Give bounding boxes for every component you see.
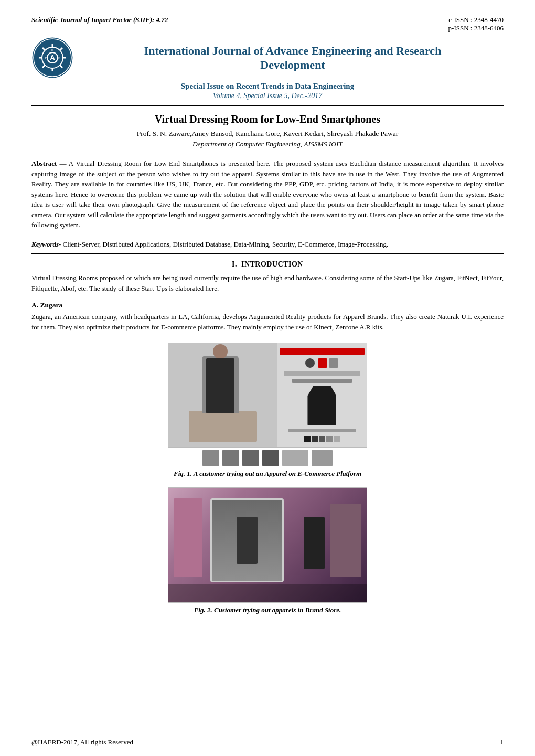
fig2-screen-content (212, 500, 282, 581)
subsection-zugara-text: Zugara, an American company, with headqu… (31, 312, 504, 333)
figure-2-image (168, 487, 367, 603)
svg-text:D: D (45, 57, 48, 60)
footer-copyright: @IJAERD-2017, All rights Reserved (31, 738, 133, 747)
fig1-swatches (304, 436, 340, 442)
fig1-icon3 (329, 358, 338, 368)
journal-title-block: International Journal of Advance Enginee… (82, 44, 504, 72)
fig1-bot-icon2 (222, 450, 239, 466)
figure-1-caption: Fig. 1. A customer trying out an Apparel… (31, 470, 504, 478)
fig1-bot-icon3 (242, 450, 259, 466)
abstract-label: Abstract (31, 159, 57, 167)
fig2-figure-on-screen (237, 517, 258, 564)
page: Scientific Journal of Impact Factor (SJI… (0, 0, 535, 756)
fig1-product-dress (307, 386, 336, 425)
fig1-bot-icon1 (202, 450, 219, 466)
eissn: e-ISSN : 2348-4470 (448, 16, 504, 24)
fig1-icon1 (305, 358, 315, 368)
fig1-icon2 (318, 358, 327, 368)
fig1-text1 (284, 371, 360, 376)
svg-text:R: R (58, 57, 60, 60)
svg-text:A: A (50, 54, 55, 62)
fig1-header-bar (280, 348, 365, 355)
header-divider (31, 105, 504, 106)
fig1-price-text (288, 429, 356, 432)
section-heading-introduction: I. INTRODUCTION (31, 260, 504, 269)
section-title: INTRODUCTION (241, 260, 303, 268)
fig1-person-side (168, 343, 277, 447)
paper-title: Virtual Dressing Room for Low-End Smartp… (31, 113, 504, 125)
issn-block: e-ISSN : 2348-4470 p-ISSN : 2348-6406 (448, 16, 504, 33)
swatch-lightgray (326, 436, 333, 442)
svg-text:E: E (51, 49, 54, 52)
abstract-text: Abstract — A Virtual Dressing Room for L… (31, 158, 504, 230)
figure-1-block: Fig. 1. A customer trying out an Apparel… (31, 343, 504, 478)
fig1-bot-wide2 (312, 450, 333, 466)
abstract-block: Abstract — A Virtual Dressing Room for L… (31, 154, 504, 235)
fig1-dress-overlay (206, 358, 234, 413)
abstract-dash: — (57, 159, 68, 167)
fig1-bot-wide1 (282, 450, 308, 466)
figure-2-caption: Fig. 2. Customer trying out apparels in … (31, 606, 504, 614)
fig1-nav-row (305, 358, 338, 368)
fig2-left-wall (174, 498, 202, 577)
fig1-person-body (202, 356, 239, 413)
swatch-black (304, 436, 311, 442)
fig1-text2 (292, 379, 351, 383)
fig1-bottom-bar (168, 450, 367, 466)
fig1-ui-side (277, 343, 367, 447)
fig2-floor (168, 584, 367, 602)
journal-logo: A E R D (31, 37, 73, 79)
journal-name-line1: International Journal of Advance Enginee… (82, 44, 504, 59)
authors: Prof. S. N. Zaware,Amey Bansod, Kanchana… (31, 130, 504, 138)
section-number: I. (232, 260, 237, 268)
keywords-block: Keywords- Client-Server, Distributed App… (31, 239, 504, 254)
figure-1-image (168, 343, 367, 448)
subsection-zugara-heading: A. Zugara (31, 301, 504, 310)
swatch-darkgray (312, 436, 318, 442)
keywords-text: Client-Server, Distributed Applications,… (61, 240, 388, 248)
keywords-label: Keywords- (31, 240, 61, 248)
fig1-person-container (189, 348, 257, 442)
sjif-label: Scientific Journal of Impact Factor (SJI… (31, 16, 168, 24)
fig2-person (304, 517, 325, 569)
figure-2-block: Fig. 2. Customer trying out apparels in … (31, 487, 504, 614)
top-bar: Scientific Journal of Impact Factor (SJI… (31, 16, 504, 33)
logo-area: A E R D (31, 37, 73, 79)
footer: @IJAERD-2017, All rights Reserved 1 (31, 738, 504, 747)
fig2-screen (210, 498, 284, 582)
pissn: p-ISSN : 2348-6406 (448, 24, 504, 33)
special-issue-title: Special Issue on Recent Trends in Data E… (31, 82, 504, 91)
fig1-bot-icon4 (262, 450, 279, 466)
journal-header: A E R D International Journal of Advance… (31, 37, 504, 79)
affiliation: Department of Computer Engineering, AISS… (31, 140, 504, 148)
section-intro-text: Virtual Dressing Rooms proposed or which… (31, 273, 504, 294)
swatch-gray (319, 436, 325, 442)
fig1-sofa (189, 411, 257, 442)
fig2-room-detail (330, 504, 361, 577)
volume-info: Volume 4, Special Issue 5, Dec.-2017 (31, 92, 504, 100)
fig1-head (213, 344, 228, 359)
swatch-silver (334, 436, 340, 442)
abstract-content: A Virtual Dressing Room for Low-End Smar… (31, 159, 504, 229)
footer-page-number: 1 (500, 738, 504, 747)
journal-name-line2: Development (82, 58, 504, 72)
